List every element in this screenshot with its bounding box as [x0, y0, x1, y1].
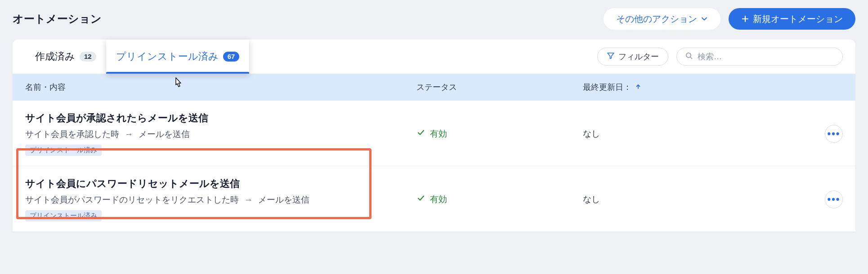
check-icon [416, 194, 425, 205]
row-action: メールを送信 [139, 128, 190, 140]
row-title: サイト会員にパスワードリセットメールを送信 [25, 177, 416, 190]
tab-preinstalled-count: 67 [223, 52, 240, 62]
updated-value: なし [583, 194, 600, 205]
row-trigger: サイト会員を承認した時 [25, 128, 119, 140]
other-actions-button[interactable]: その他のアクション [604, 8, 720, 30]
filter-icon [607, 52, 615, 62]
col-header-updated-label: 最終更新日： [583, 82, 631, 93]
tab-created-count: 12 [80, 52, 96, 62]
new-automation-button[interactable]: 新規オートメーション [729, 8, 855, 30]
search-field[interactable] [676, 48, 843, 66]
tab-preinstalled-label: プリインストール済み [116, 50, 219, 63]
sort-asc-icon [635, 83, 641, 92]
col-header-name[interactable]: 名前・内容 [25, 82, 416, 93]
more-icon: ••• [827, 194, 840, 205]
row-description: サイト会員を承認した時 → メールを送信 [25, 128, 416, 140]
table-header: 名前・内容 ステータス 最終更新日： [13, 74, 855, 101]
search-icon [685, 52, 693, 62]
page-title: オートメーション [13, 12, 102, 26]
arrow-right-icon: → [244, 195, 253, 205]
row-title: サイト会員が承認されたらメールを送信 [25, 111, 416, 125]
new-automation-label: 新規オートメーション [753, 13, 843, 25]
other-actions-label: その他のアクション [616, 13, 697, 25]
search-input[interactable] [698, 52, 834, 62]
chevron-down-icon [701, 15, 708, 22]
table-row[interactable]: サイト会員にパスワードリセットメールを送信 サイト会員がパスワードのリセットをリ… [13, 166, 855, 232]
col-header-status[interactable]: ステータス [416, 82, 583, 93]
status-label: 有効 [430, 194, 447, 205]
updated-value: なし [583, 128, 600, 140]
col-header-updated[interactable]: 最終更新日： [583, 82, 776, 93]
arrow-right-icon: → [125, 129, 133, 139]
table-row[interactable]: サイト会員が承認されたらメールを送信 サイト会員を承認した時 → メールを送信 … [13, 101, 855, 166]
row-trigger: サイト会員がパスワードのリセットをリクエストした時 [25, 194, 239, 206]
status-badge: 有効 [416, 194, 583, 205]
more-icon: ••• [827, 128, 840, 140]
tab-preinstalled[interactable]: プリインストール済み 67 [106, 40, 250, 74]
more-actions-button[interactable]: ••• [825, 125, 843, 143]
plus-icon [741, 15, 749, 23]
filter-label: フィルター [618, 51, 659, 62]
filter-button[interactable]: フィルター [597, 48, 668, 66]
check-icon [416, 128, 425, 139]
more-actions-button[interactable]: ••• [825, 190, 843, 208]
row-description: サイト会員がパスワードのリセットをリクエストした時 → メールを送信 [25, 194, 416, 206]
preinstalled-tag: プリインストール済み [25, 145, 102, 156]
status-label: 有効 [430, 128, 447, 140]
status-badge: 有効 [416, 128, 583, 140]
preinstalled-tag: プリインストール済み [25, 210, 102, 221]
row-action: メールを送信 [258, 194, 309, 206]
tab-created[interactable]: 作成済み 12 [25, 40, 106, 74]
tab-created-label: 作成済み [35, 50, 75, 63]
